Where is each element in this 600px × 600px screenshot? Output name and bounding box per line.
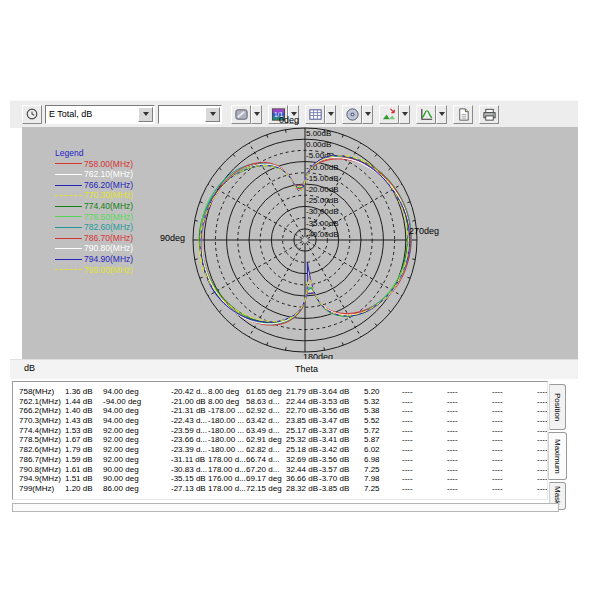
table-cell: 94.00 deg <box>103 387 171 397</box>
peak-markers-button[interactable] <box>379 105 399 124</box>
table-cell: -23.39 d... <box>171 445 208 455</box>
table-cell: 25.17 dB <box>286 426 319 436</box>
table-cell: 61.65 deg <box>246 387 286 397</box>
table-cell: -180.00 ... <box>208 435 246 445</box>
table-row[interactable]: 790.8(MHz)1.61 dB90.00 deg-30.83 d...178… <box>13 465 547 475</box>
table-cell: ---- <box>492 406 537 416</box>
time-button[interactable] <box>22 105 42 124</box>
secondary-select[interactable] <box>158 105 222 124</box>
legend-entry-label: 766.20(MHz) <box>84 180 133 191</box>
grid-table-dropdown-button[interactable] <box>325 105 336 124</box>
table-cell: ---- <box>537 435 548 445</box>
export-doc-button[interactable] <box>453 105 473 124</box>
table-cell: ---- <box>492 445 537 455</box>
table-cell: 25.32 dB <box>286 435 319 445</box>
legend-line-sample <box>55 195 82 196</box>
secondary-select-dropdown-button[interactable] <box>205 107 220 122</box>
pattern-cut-dropdown-button[interactable] <box>436 105 447 124</box>
table-cell: -31.11 dB <box>171 455 208 465</box>
table-row[interactable]: 782.6(MHz)1.79 dB92.00 deg-23.39 d...-18… <box>13 445 547 455</box>
table-cell: ---- <box>537 387 548 397</box>
horizontal-scroll-strip[interactable] <box>12 503 559 512</box>
print-button[interactable] <box>479 105 499 124</box>
table-cell: ---- <box>492 484 537 494</box>
table-row[interactable]: 799(MHz)1.20 dB86.00 deg-27.13 dB178.00 … <box>13 484 547 494</box>
table-cell: 92.00 deg <box>103 435 171 445</box>
grid-tick <box>388 168 390 170</box>
grid-tick <box>233 323 235 325</box>
table-row[interactable]: 786.7(MHz)1.59 dB92.00 deg-31.11 dB178.0… <box>13 455 547 465</box>
results-table: 758(MHz)1.36 dB94.00 deg-20.42 d...8.00 … <box>13 382 547 494</box>
legend-entry: 799.00(MHz) <box>55 265 133 276</box>
table-cell: ---- <box>402 455 447 465</box>
table-cell: 7.25 <box>364 465 402 475</box>
table-cell: 90.00 deg <box>103 465 171 475</box>
display-icon <box>234 107 249 122</box>
table-cell: 6.98 <box>364 455 402 465</box>
table-cell: 766.2(MHz) <box>19 406 65 416</box>
print-icon <box>482 107 497 122</box>
legend-entry-label: 778.50(MHz) <box>84 212 133 223</box>
field-quantity-dropdown-button[interactable] <box>138 107 153 122</box>
chevron-down-icon <box>439 112 445 116</box>
table-cell: ---- <box>492 465 537 475</box>
tab-position[interactable]: Position <box>549 384 566 430</box>
table-cell: 32.44 dB <box>286 465 319 475</box>
table-cell: 1.67 dB <box>65 435 103 445</box>
table-cell: ---- <box>402 426 447 436</box>
table-cell: ---- <box>537 426 548 436</box>
grid-tick <box>219 310 221 312</box>
peak-markers-dropdown-button[interactable] <box>399 105 410 124</box>
table-cell: 7.25 <box>364 484 402 494</box>
chevron-down-icon <box>365 112 371 116</box>
legend-entry-label: 794.90(MHz) <box>84 254 133 265</box>
toolbar-group-export-doc <box>453 105 473 124</box>
grid-table-button[interactable] <box>305 105 325 124</box>
tab-maximum[interactable]: Maximum <box>548 432 567 480</box>
table-cell: -3.41 dB <box>319 435 364 445</box>
grid-tick <box>195 221 198 222</box>
table-cell: 5.87 <box>364 435 402 445</box>
radial-tick-label: -20.00dB <box>306 185 338 194</box>
radial-tick-label: -35.00dB <box>306 219 338 228</box>
field-quantity-select[interactable]: E Total, dB <box>45 105 155 124</box>
table-row[interactable]: 762.1(MHz)1.44 dB-94.00 deg-21.00 dB8.00… <box>13 397 547 407</box>
grid-tick <box>342 342 343 345</box>
table-cell: 6.02 <box>364 445 402 455</box>
table-cell: ---- <box>537 465 548 475</box>
display-dropdown-button[interactable] <box>251 105 262 124</box>
grid-tick <box>342 135 343 138</box>
toolbar-group-polar-disc <box>342 105 373 124</box>
table-cell: ---- <box>447 455 492 465</box>
table-cell: 22.44 dB <box>286 397 319 407</box>
table-row[interactable]: 766.2(MHz)1.40 dB94.00 deg-21.31 dB-178.… <box>13 406 547 416</box>
table-cell: 1.20 dB <box>65 484 103 494</box>
table-row[interactable]: 774.4(MHz)1.53 dB92.00 deg-23.59 d...-18… <box>13 426 547 436</box>
legend-entry: 778.50(MHz) <box>55 212 133 223</box>
table-cell: ---- <box>492 435 537 445</box>
chevron-down-icon <box>143 112 149 116</box>
table-row[interactable]: 778.5(MHz)1.67 dB92.00 deg-23.66 d...-18… <box>13 435 547 445</box>
table-cell: -180.00 ... <box>208 426 246 436</box>
table-cell: ---- <box>447 406 492 416</box>
display-button[interactable] <box>231 105 251 124</box>
legend-line-sample <box>55 185 82 186</box>
polar-disc-dropdown-button[interactable] <box>362 105 373 124</box>
table-row[interactable]: 794.9(MHz)1.51 dB90.00 deg-35.15 dB176.0… <box>13 474 547 484</box>
table-cell: -3.56 dB <box>319 455 364 465</box>
pattern-cut-button[interactable] <box>416 105 436 124</box>
polar-disc-button[interactable] <box>342 105 362 124</box>
toolbar-group-peak-markers <box>379 105 410 124</box>
table-row[interactable]: 758(MHz)1.36 dB94.00 deg-20.42 d...8.00 … <box>13 387 547 397</box>
table-cell: -27.13 dB <box>171 484 208 494</box>
trace-770.30(MHz) <box>199 155 409 322</box>
table-cell: 790.8(MHz) <box>19 465 65 475</box>
table-cell: 22.70 dB <box>286 406 319 416</box>
legend-entry: 762.10(MHz) <box>55 169 133 180</box>
legend: Legend 758.00(MHz)762.10(MHz)766.20(MHz)… <box>55 148 133 275</box>
table-cell: ---- <box>402 484 447 494</box>
table-row[interactable]: 770.3(MHz)1.43 dB94.00 deg-22.43 d...-18… <box>13 416 547 426</box>
radial-tick-label: -40.00dB <box>306 230 338 239</box>
legend-entry-label: 790.80(MHz) <box>84 243 133 254</box>
table-cell: 778.5(MHz) <box>19 435 65 445</box>
